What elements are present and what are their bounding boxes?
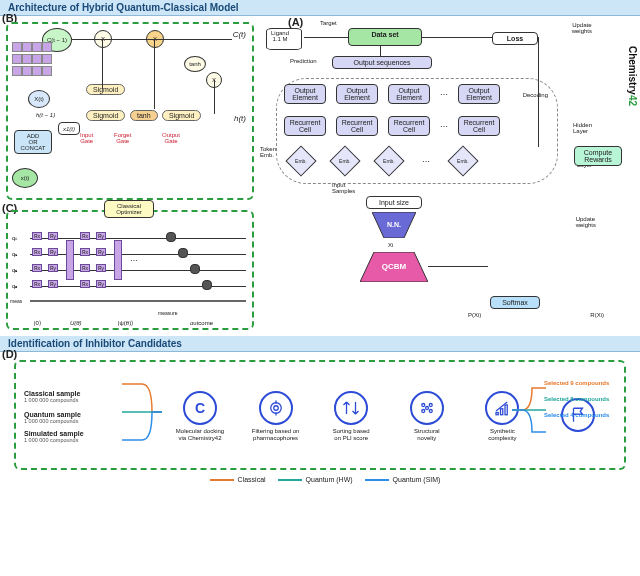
filter-icon	[259, 391, 293, 425]
xt-cyl: x(t)	[12, 168, 38, 188]
sample-name-1: Quantum sample	[24, 411, 134, 418]
updatew-lbl: Update weights	[572, 22, 592, 34]
pxi-lbl: P(Xi)	[468, 312, 481, 318]
tanh-node: tanh	[184, 56, 206, 72]
gate: Ry	[96, 280, 106, 288]
legend-1: Quantum (HW)	[306, 476, 353, 483]
nn-trap: N.N.	[372, 212, 416, 238]
q0-lbl: q₀	[12, 234, 17, 241]
xi-lbl: Xi	[388, 242, 393, 248]
xt-node: X(t)	[28, 90, 50, 108]
utheta: U(θ)	[70, 320, 82, 326]
classical-optimizer: Classical Optimizer	[104, 200, 154, 218]
x1t-box: x1(t)	[58, 122, 80, 135]
q3-lbl: q₃	[12, 282, 17, 289]
gate: Ry	[96, 264, 106, 272]
sample-row-0: Classical sample 1 000 000 compounds	[24, 390, 134, 405]
compute-rewards: Compute Rewards	[574, 146, 622, 166]
sigmoid-1: Sigmoid	[86, 84, 125, 95]
banner-candidates: Identification of Inhibitor Candidates	[0, 336, 640, 352]
sample-sub-1: 1 000 000 compounds	[24, 418, 134, 424]
qcbm-trap: QCBM	[360, 252, 428, 282]
x1t-text: x1(t)	[63, 126, 75, 132]
q2-lbl: q₂	[12, 266, 17, 273]
emb-4: Emb.	[447, 145, 478, 176]
outel-2: Output Element	[336, 84, 378, 104]
panel-a: (A) Ligand 1.1 M Target Data set Output …	[260, 16, 640, 336]
svg-point-8	[422, 403, 425, 406]
out-1: Selected 8 compounds	[544, 396, 622, 402]
output-gate-label: Output Gate	[162, 132, 180, 144]
novelty-icon	[410, 391, 444, 425]
sample-sub-2: 1 000 000 compounds	[24, 437, 134, 443]
banner-architecture: Architecture of Hybrid Quantum-Classical…	[0, 0, 640, 16]
dataset-box: Data set	[348, 28, 422, 46]
gate: Ry	[48, 264, 58, 272]
outseq-box: Output sequences	[332, 56, 432, 69]
gate: Ry	[96, 248, 106, 256]
step-1: Filtering based on pharmacophores	[246, 391, 306, 441]
ligand-text: Ligand 1.1 M	[271, 30, 289, 42]
softmax-box: Softmax	[490, 296, 540, 309]
gate: Rx	[32, 264, 42, 272]
svg-point-11	[429, 409, 432, 412]
psi: |ψ(θ)⟩	[118, 319, 133, 326]
emb-1: Emb.	[285, 145, 316, 176]
step-1-lbl: Filtering based on pharmacophores	[246, 428, 306, 441]
gate: Rx	[80, 232, 90, 240]
panel-b-box: C(t − 1) X X C(t) tanh X h(t) Sigmoid Si…	[6, 22, 254, 200]
input-gate-label: Input Gate	[80, 132, 93, 144]
gate: Rx	[80, 264, 90, 272]
loss-box: Loss	[492, 32, 538, 45]
sample-name-0: Classical sample	[24, 390, 134, 397]
inputsize-box: Input size	[366, 196, 422, 209]
emb-2: Emb.	[329, 145, 360, 176]
emb-3: Emb.	[373, 145, 404, 176]
outcome-lbl: outcome	[190, 320, 213, 326]
forget-gate-label: Forget Gate	[114, 132, 131, 144]
step-3: Structural novelty	[397, 391, 457, 441]
decoding-lbl: Decoding	[523, 92, 548, 98]
step-0: C Molecular docking via Chemistry42	[170, 391, 230, 441]
chemistry42-brand: Chemistry42	[627, 46, 638, 106]
label-a: (A)	[288, 16, 303, 28]
svg-point-10	[422, 409, 425, 412]
gate: Rx	[32, 280, 42, 288]
rxi-lbl: R(Xi)	[590, 312, 604, 318]
svg-point-4	[273, 406, 278, 411]
svg-point-5	[270, 403, 281, 414]
sigmoid-2: Sigmoid	[86, 110, 125, 121]
sort-icon	[334, 391, 368, 425]
svg-text:N.N.: N.N.	[387, 221, 401, 228]
panel-b: (B) C(t − 1) X X C(t) tanh X h(t) Sigmoi…	[0, 16, 260, 206]
gate: Rx	[80, 248, 90, 256]
outel-3: Output Element	[388, 84, 430, 104]
step-0-lbl: Molecular docking via Chemistry42	[170, 428, 230, 441]
svg-point-9	[429, 403, 432, 406]
step-2-lbl: Sorting based on PLI score	[321, 428, 381, 441]
panel-d: (D) Classical sample 1 000 000 compounds…	[0, 352, 640, 491]
rec-4: Recurrent Cell	[458, 116, 500, 136]
label-d: (D)	[2, 348, 17, 360]
tanh-2: tanh	[130, 110, 158, 121]
sample-row-1: Quantum sample 1 000 000 compounds	[24, 411, 134, 424]
legend-0: Classical	[238, 476, 266, 483]
rec-3: Recurrent Cell	[388, 116, 430, 136]
measure-lbl: measure	[158, 310, 177, 316]
panel-c-box: Classical Optimizer q₀ q₁ q₂ q₃ meas Rx …	[6, 210, 254, 330]
ct-label: C(t)	[233, 30, 246, 39]
step-2: Sorting based on PLI score	[321, 391, 381, 441]
gate: Rx	[32, 248, 42, 256]
gate: Rx	[32, 232, 42, 240]
svg-text:QCBM: QCBM	[382, 262, 407, 271]
gate: Ry	[96, 232, 106, 240]
gate: Ry	[48, 280, 58, 288]
zero-ket: |0⟩	[34, 319, 41, 326]
prediction-lbl: Prediction	[290, 58, 317, 64]
outel-1: Output Element	[284, 84, 326, 104]
step-3-lbl: Structural novelty	[397, 428, 457, 441]
meas-lbl: meas	[10, 298, 22, 304]
out-2: Selected 4 compounds	[544, 412, 622, 418]
legend: Classical Quantum (HW) Quantum (SIM)	[14, 476, 626, 483]
updatew2-lbl: Update weights	[576, 216, 596, 228]
